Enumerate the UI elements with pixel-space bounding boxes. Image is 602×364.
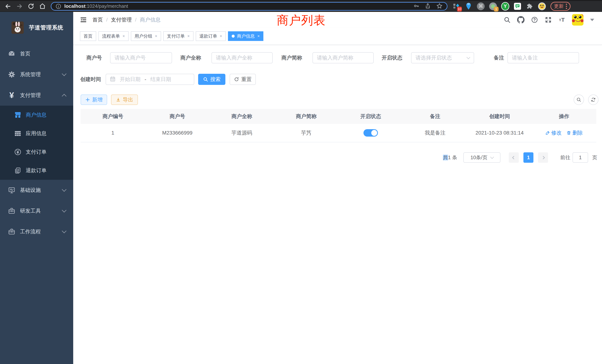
close-icon[interactable]: × xyxy=(220,34,222,38)
end-date-placeholder[interactable]: 结束日期 xyxy=(150,76,171,83)
back-icon[interactable] xyxy=(4,2,12,11)
remark-input[interactable] xyxy=(507,52,579,63)
sidebar-item-merchant-info[interactable]: 商户信息 xyxy=(0,106,73,124)
close-icon[interactable]: × xyxy=(257,34,260,38)
sidebar-item-refund-order[interactable]: 退款订单 xyxy=(0,161,73,180)
jump-suffix: 页 xyxy=(592,152,597,163)
merchant-no-input[interactable] xyxy=(110,52,172,63)
sidebar: 芋道管理系统 首页 系统管理 ¥ 支付管理 商户信息 xyxy=(0,12,73,364)
breadcrumb-home[interactable]: 首页 xyxy=(93,16,103,23)
table-refresh-icon[interactable] xyxy=(588,95,599,105)
page-size-select[interactable]: 10条/页 xyxy=(463,152,500,163)
sidebar-item-payment[interactable]: ¥ 支付管理 xyxy=(0,85,73,106)
tag-user-group[interactable]: 用户分组× xyxy=(131,31,161,41)
next-page-button[interactable] xyxy=(538,152,548,163)
start-date-placeholder[interactable]: 开始日期 xyxy=(120,76,140,83)
browser-menu-dots-icon[interactable] xyxy=(566,4,567,9)
column-header: 创建时间 xyxy=(467,113,532,120)
pagination-total-highlight: 共 xyxy=(443,155,448,160)
yen-circle-icon xyxy=(14,148,22,156)
forward-icon[interactable] xyxy=(15,2,24,11)
sidebar-item-pay-order[interactable]: 支付订单 xyxy=(0,143,73,161)
search-button-label: 搜索 xyxy=(210,76,221,83)
status-toggle[interactable] xyxy=(364,129,378,137)
pin-extension-icon[interactable] xyxy=(464,2,473,10)
font-size-icon[interactable]: тT xyxy=(558,16,566,23)
share-icon[interactable] xyxy=(425,3,431,10)
breadcrumb-payment[interactable]: 支付管理 xyxy=(111,16,132,23)
prev-page-button[interactable] xyxy=(509,152,519,163)
table-row: 1 M233666999 芋道源码 芋艿 我是备注 2021-10-23 08:… xyxy=(81,124,596,142)
sidebar-logo[interactable]: 芋道管理系统 xyxy=(0,12,73,43)
jump-page-input[interactable] xyxy=(572,152,588,163)
search-icon[interactable] xyxy=(503,16,511,23)
fullscreen-icon[interactable] xyxy=(545,16,552,23)
hamburger-icon[interactable] xyxy=(79,15,88,24)
full-name-input[interactable] xyxy=(212,52,273,63)
chat-extension-icon[interactable] xyxy=(513,2,522,10)
column-header: 商户简称 xyxy=(274,113,338,120)
edit-link[interactable]: 修改 xyxy=(545,129,562,136)
tag-label: 退款订单 xyxy=(199,33,217,39)
close-icon[interactable]: × xyxy=(187,34,190,38)
edit-link-label: 修改 xyxy=(551,129,562,136)
add-button[interactable]: 新增 xyxy=(81,95,107,105)
filter-label-merchant-no: 商户号 xyxy=(86,52,102,63)
password-key-icon[interactable] xyxy=(413,3,419,10)
bookmark-star-icon[interactable] xyxy=(436,3,443,10)
avatar-caret-icon[interactable] xyxy=(590,19,594,21)
extension-badge: 10 xyxy=(457,7,462,11)
page-number-1[interactable]: 1 xyxy=(523,152,533,163)
home-icon[interactable] xyxy=(38,2,47,11)
app-header: 首页 / 支付管理 / 商户信息 тT xyxy=(73,12,602,28)
cell-actions: 修改 删除 xyxy=(532,129,596,136)
address-bar[interactable]: localhost:1024/pay/merchant xyxy=(51,2,447,11)
close-icon[interactable]: × xyxy=(122,34,125,38)
sidebar-item-system[interactable]: 系统管理 xyxy=(0,64,73,85)
store-icon xyxy=(14,111,22,119)
chevron-down-icon xyxy=(62,71,66,76)
app-title: 芋道管理系统 xyxy=(29,24,63,32)
column-header: 备注 xyxy=(403,113,467,120)
sidebar-item-home[interactable]: 首页 xyxy=(0,43,73,64)
reload-icon[interactable] xyxy=(27,2,35,11)
update-button[interactable]: 更新 xyxy=(550,2,570,11)
pagination: 共1 条 10条/页 1 前往 页 xyxy=(73,152,602,163)
tag-label: 支付订单 xyxy=(167,33,185,39)
sidebar-item-label: 研发工具 xyxy=(20,207,41,214)
diamond-extension-icon[interactable]: 10 xyxy=(452,2,460,10)
yen-icon: ¥ xyxy=(7,91,16,99)
tag-merchant-info[interactable]: 商户信息× xyxy=(228,31,263,41)
date-range-picker[interactable]: 开始日期 - 结束日期 xyxy=(106,74,194,85)
merchant-table: 商户编号 商户号 商户全称 商户简称 开启状态 备注 创建时间 操作 1 M23… xyxy=(81,109,596,142)
short-name-input[interactable] xyxy=(312,52,374,63)
browser-toolbar: localhost:1024/pay/merchant 10 xyxy=(0,0,602,12)
export-button[interactable]: 导出 xyxy=(111,95,138,105)
user-avatar[interactable] xyxy=(572,14,583,26)
puzzle-icon[interactable] xyxy=(526,2,534,10)
tag-process-form[interactable]: 流程表单× xyxy=(98,31,129,41)
sidebar-item-workflow[interactable]: 工作流程 xyxy=(0,221,73,242)
grid-icon xyxy=(14,129,22,137)
recorder-extension-icon[interactable]: 1 xyxy=(489,2,497,10)
status-select[interactable]: 请选择开启状态 xyxy=(411,52,474,63)
search-button[interactable]: 搜索 xyxy=(198,74,225,85)
y-extension-icon[interactable]: Y xyxy=(501,2,509,10)
sidebar-item-infrastructure[interactable]: 基础设施 xyxy=(0,180,73,201)
site-info-icon[interactable] xyxy=(55,3,61,9)
delete-link[interactable]: 删除 xyxy=(566,129,583,136)
tag-refund-order[interactable]: 退款订单× xyxy=(196,31,226,41)
cell-merchant-no: M233666999 xyxy=(145,130,210,136)
close-icon[interactable]: × xyxy=(155,34,157,38)
github-icon[interactable] xyxy=(517,16,525,23)
reset-button[interactable]: 重置 xyxy=(230,74,256,85)
table-search-toggle-icon[interactable] xyxy=(574,95,584,105)
help-icon[interactable] xyxy=(531,16,538,23)
tag-pay-order[interactable]: 支付订单× xyxy=(163,31,194,41)
sidebar-item-app-info[interactable]: 应用信息 xyxy=(0,124,73,143)
payment-submenu: 商户信息 应用信息 支付订单 退款订单 xyxy=(0,106,73,180)
command-extension-icon[interactable]: ⌘ xyxy=(477,2,485,10)
tag-home[interactable]: 首页 xyxy=(80,31,96,41)
sidebar-item-dev-tools[interactable]: 研发工具 xyxy=(0,201,73,221)
profile-avatar[interactable] xyxy=(538,2,546,10)
